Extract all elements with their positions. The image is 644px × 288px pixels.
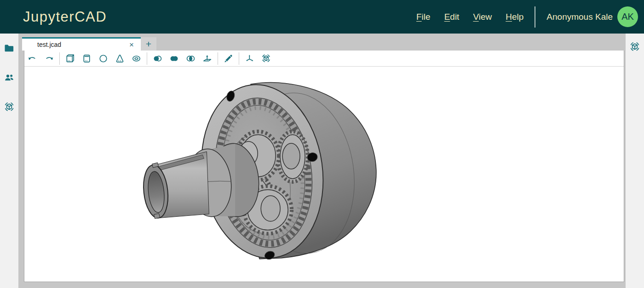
- tab-close-icon[interactable]: ×: [122, 41, 141, 49]
- menu-file[interactable]: File: [416, 12, 431, 22]
- toolbar-separator: [218, 52, 218, 65]
- document-panel: [24, 51, 624, 282]
- header-divider: [535, 6, 535, 28]
- left-activity-bar: [0, 34, 18, 288]
- new-cylinder-button[interactable]: [80, 52, 93, 65]
- 3d-objects-panel-icon[interactable]: [629, 41, 640, 52]
- sketch-pencil-button[interactable]: [222, 52, 235, 65]
- union-button[interactable]: [168, 52, 180, 65]
- header-right: File Edit View Help Anonymous Kale AK: [416, 6, 644, 28]
- toolbar-separator: [147, 52, 147, 65]
- undo-button[interactable]: [26, 52, 39, 65]
- top-menu-bar: JupyterCAD File Edit View Help Anonymous…: [0, 0, 644, 34]
- user-avatar[interactable]: AK: [617, 6, 638, 27]
- brand-logo: JupyterCAD: [23, 9, 107, 25]
- fit-view-button[interactable]: [260, 52, 272, 65]
- new-cone-button[interactable]: [114, 52, 126, 65]
- main-dock-panel: test.jcad × +: [18, 34, 626, 288]
- planetary-gearbox-model: [24, 67, 624, 281]
- extrude-button[interactable]: [201, 52, 213, 65]
- menu-help[interactable]: Help: [506, 12, 523, 22]
- user-name: Anonymous Kale: [546, 12, 613, 22]
- new-torus-button[interactable]: [130, 52, 143, 65]
- toolbar-separator: [239, 52, 239, 65]
- new-sphere-button[interactable]: [97, 52, 109, 65]
- 3d-viewport[interactable]: [24, 67, 624, 281]
- file-browser-icon[interactable]: [4, 43, 15, 54]
- toolbar-separator: [59, 52, 60, 65]
- menu-edit[interactable]: Edit: [444, 12, 460, 22]
- axes-button[interactable]: [243, 52, 256, 65]
- main-menu: File Edit View Help: [416, 12, 523, 22]
- collaborators-icon[interactable]: [4, 72, 15, 83]
- jupytercad-app: JupyterCAD File Edit View Help Anonymous…: [0, 0, 644, 288]
- cad-toolbar: [24, 51, 624, 67]
- tab-test-jcad[interactable]: test.jcad ×: [22, 37, 141, 51]
- right-activity-bar: [626, 34, 644, 288]
- redo-button[interactable]: [43, 52, 55, 65]
- 3d-objects-icon[interactable]: [4, 102, 15, 113]
- intersection-button[interactable]: [184, 52, 197, 65]
- cut-button[interactable]: [151, 52, 164, 65]
- add-tab-button[interactable]: +: [141, 37, 156, 51]
- tab-bar: test.jcad × +: [18, 34, 626, 51]
- tab-label: test.jcad: [22, 41, 122, 48]
- new-box-button[interactable]: [64, 52, 76, 65]
- menu-view[interactable]: View: [473, 12, 492, 22]
